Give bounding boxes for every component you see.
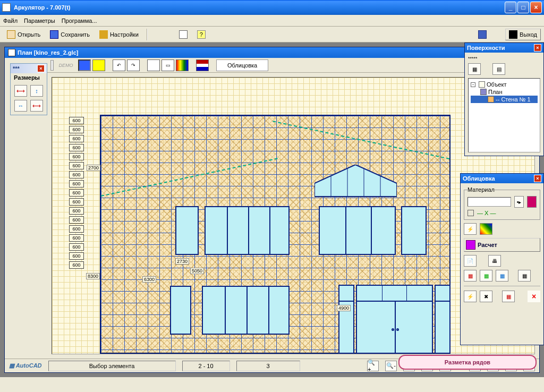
ptb-rect2[interactable]: ▭ [162,59,174,71]
size-tool-3[interactable]: ↔ [14,100,27,112]
ptb-grad[interactable] [176,59,189,71]
exit-button[interactable]: Выход [505,29,541,40]
surfaces-titlebar[interactable]: Поверхности × [465,43,543,53]
menu-program[interactable]: Программа... [62,18,97,24]
facade [100,115,450,354]
menu-params[interactable]: Параметры [24,18,55,24]
calc-icon-button[interactable] [474,29,490,40]
window-titlebar: Аркулятор - 7.007(t) _ □ × [0,0,544,15]
sizes-panel[interactable]: *** × Размеры ⟷ ↕ ↔ ⟷ [10,63,47,115]
save-button[interactable]: Сохранить [46,29,94,40]
dim-2730: 2730 [175,258,189,265]
object-tree[interactable]: -Объект План -- Стена № 1 [468,78,540,152]
material-input[interactable] [468,197,511,207]
entrance-door [356,285,433,354]
calc-button[interactable]: Расчет [464,238,540,252]
ptb-undo[interactable]: ↶ [113,59,125,71]
ob-print-icon[interactable]: 🖶 [488,255,501,267]
window-title: Аркулятор - 7.007(t) [14,4,71,11]
ptb-highlight[interactable] [92,59,105,71]
dim-2700: 2700 [87,165,100,171]
sizes-label: Размеры [11,73,47,82]
status-pages: 2 - 10 [182,361,230,371]
main-toolbar: Открыть Сохранить Настройки ? Выход [0,27,544,42]
dim-6300: 6300 [142,276,156,283]
surfaces-panel[interactable]: Поверхности × ***** ▦ ▤ -Объект План -- … [464,42,544,156]
plan-title-text: План [kino_res_2.glc] [18,49,78,56]
oblitsovka-panel[interactable]: Облицовка × Материал •▸ — X — ⚡ [460,173,544,345]
grid-blue-icon[interactable]: ▦ [496,270,508,282]
autocad-label[interactable]: ▦ AutoCAD [9,362,42,369]
material-label: Материал [468,186,495,193]
mat-x-label: — X — [477,210,496,216]
ob-b1-icon[interactable]: ⚡ [464,291,477,302]
material-color-icon[interactable] [527,196,537,208]
ob-b3-icon[interactable]: ▦ [502,291,515,302]
surfaces-stars: ***** [468,56,540,61]
razmetka-button[interactable]: Разметка рядов [398,355,537,370]
ob-doc-icon[interactable]: 📄 [464,255,477,267]
app-icon [2,3,11,12]
plan-titlebar[interactable]: План [kino_res_2.glc] [5,47,539,58]
ob-b2-icon[interactable]: ✖ [480,291,492,302]
surf-btn1[interactable]: ▦ [468,63,481,75]
zoom-out-icon[interactable]: 🔍- [385,361,397,371]
grid-red-icon[interactable]: ▦ [464,270,477,282]
ob-color-icon[interactable] [480,223,492,235]
oblitsovka-button[interactable]: Облицовка [216,59,268,71]
svg-marker-0 [314,165,397,197]
size-tool-1[interactable]: ⟷ [14,85,27,97]
surfaces-close-icon[interactable]: × [534,44,541,52]
dim-column: 600600 600600 600600 600600 600600 60060… [69,117,84,269]
grid-green-icon[interactable]: ▦ [480,270,492,282]
ptb-redo[interactable]: ↷ [127,59,140,71]
oblits-titlebar[interactable]: Облицовка × [461,174,543,183]
plan-icon [8,49,15,56]
material-pick-icon[interactable]: •▸ [514,196,524,208]
plan-window: План [kino_res_2.glc] DEMO ↶ ↷ ▭ Облицов… [4,47,540,373]
open-button[interactable]: Открыть [3,29,44,40]
menubar: Файл Параметры Программа... [0,15,544,27]
zoom-in-icon[interactable]: 🔍+ [367,361,379,371]
sizes-close-icon[interactable]: × [37,65,45,72]
minimize-button[interactable]: _ [505,2,516,13]
close-button[interactable]: × [530,2,542,13]
gable-window [314,165,397,206]
status-item: 3 [236,361,300,371]
tree-wall1[interactable]: -- Стена № 1 [471,96,538,103]
menu-file[interactable]: Файл [3,18,18,24]
ptb-fill[interactable] [78,59,91,71]
mdi-area: План [kino_res_2.glc] DEMO ↶ ↷ ▭ Облицов… [0,42,544,377]
tool-a[interactable] [175,29,191,40]
oblits-close-icon[interactable]: × [534,175,541,182]
dim-5050: 5050 [190,268,204,274]
settings-button[interactable]: Настройки [96,29,142,40]
size-tool-2[interactable]: ↕ [30,85,43,97]
maximize-button[interactable]: □ [517,2,529,13]
mat-checkbox[interactable] [468,210,474,216]
dim-8300: 8300 [86,273,100,279]
ob-delete-icon[interactable]: × [528,291,540,302]
size-tool-4[interactable]: ⟷ [30,100,43,112]
grid-x-icon[interactable]: ▦ [518,270,531,282]
ptb-rect[interactable] [147,59,160,71]
sizes-titlebar[interactable]: *** × [11,64,47,73]
demo-label: DEMO [55,59,76,71]
ptb-flag[interactable] [196,59,209,71]
dim-4900: 4900 [337,305,351,311]
surf-btn2[interactable]: ▤ [492,63,505,75]
status-mode: Выбор элемента [48,361,176,371]
ob-flash-icon[interactable]: ⚡ [464,223,477,235]
calc-icon [466,240,475,250]
help-button[interactable]: ? [193,29,209,40]
